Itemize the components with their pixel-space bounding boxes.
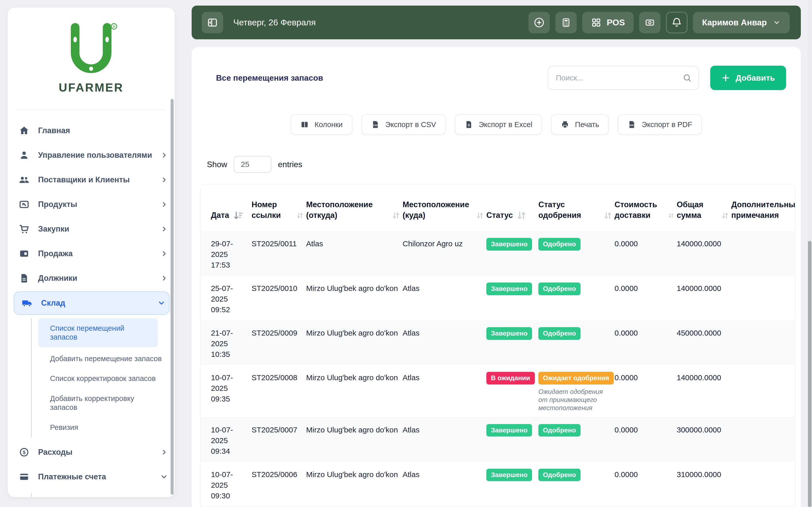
user-icon	[18, 150, 31, 161]
pos-button[interactable]: POS	[582, 12, 633, 33]
export-csv-button[interactable]: CSV Экспорт в CSV	[361, 114, 446, 135]
sidebar-item-purchases[interactable]: Закупки	[18, 217, 168, 241]
credit-card-icon	[18, 471, 31, 482]
file-excel-icon: X	[464, 120, 473, 129]
sidebar-item-sales[interactable]: Продажа	[18, 241, 168, 266]
sale-terminal-icon	[18, 248, 31, 259]
cell-location-to: Atlas	[403, 462, 486, 506]
column-header-status[interactable]: Статус	[486, 185, 539, 231]
sidebar-item-payment-accounts[interactable]: Платежные счета	[18, 465, 168, 489]
sidebar-item-label: Склад	[41, 298, 154, 307]
cell-total: 140000.0000	[677, 231, 731, 275]
cell-reference: ST2025/0011	[252, 231, 306, 275]
sidebar-item-expenses[interactable]: $ Расходы	[18, 440, 168, 465]
print-button[interactable]: Печать	[551, 114, 609, 135]
status-badge: Завершено	[486, 424, 532, 437]
add-button-label: Добавить	[735, 73, 775, 83]
columns-button[interactable]: Колонки	[291, 114, 352, 135]
cell-location-from: Mirzo Ulug'bek agro do'kon	[306, 462, 403, 506]
bell-icon	[671, 17, 682, 28]
search-input[interactable]	[556, 73, 682, 82]
sidebar-item-home[interactable]: Главная	[18, 118, 168, 143]
column-header-total[interactable]: Общая сумма	[677, 185, 731, 231]
calculator-button[interactable]	[555, 12, 577, 33]
sidebar-item-debtors[interactable]: Должники	[18, 266, 168, 290]
sidebar-item-label: Закупки	[38, 224, 157, 234]
table-body: 29-07-2025 17:53ST2025/0011AtlasChilonzo…	[201, 231, 795, 507]
table-row[interactable]: 10-07-2025 09:30ST2025/0006Mirzo Ulug'be…	[201, 462, 795, 506]
table-row[interactable]: 10-07-2025 09:35ST2025/0008Mirzo Ulug'be…	[201, 365, 795, 417]
table-row[interactable]: 25-07-2025 09:52ST2025/0010Mirzo Ulug'be…	[201, 275, 795, 320]
column-header-shipping-cost[interactable]: Стоимость доставки	[614, 185, 677, 231]
user-menu-button[interactable]: Каримов Анвар	[693, 12, 790, 33]
warehouse-submenu: Список перемещений запасов Добавить пере…	[31, 318, 168, 438]
table-row[interactable]: 29-07-2025 17:53ST2025/0011AtlasChilonzo…	[201, 231, 795, 275]
sidebar-scrollbar[interactable]	[170, 99, 173, 495]
cell-notes	[731, 231, 795, 275]
sort-both-icon	[476, 211, 484, 221]
submenu-item-stock-transfers-list[interactable]: Список перемещений запасов	[38, 318, 158, 347]
cell-date: 10-07-2025 09:30	[201, 462, 252, 506]
submenu-item-revision[interactable]: Ревизия	[32, 417, 168, 438]
sort-both-icon	[721, 211, 729, 221]
submenu-item-add-stock-adjustment[interactable]: Добавить корректировку запасов	[32, 389, 168, 417]
cell-reference: ST2025/0010	[252, 275, 306, 320]
submenu-item-stock-adjustments-list[interactable]: Список корректировок запасов	[32, 369, 168, 389]
table-row[interactable]: 10-07-2025 09:34ST2025/0007Mirzo Ulug'be…	[201, 417, 795, 462]
column-header-reference[interactable]: Номер ссылки	[252, 185, 306, 231]
file-csv-icon: CSV	[371, 120, 380, 129]
cell-location-from: Mirzo Ulug'bek agro do'kon	[306, 320, 403, 365]
quick-add-button[interactable]	[528, 12, 550, 33]
cell-approval-status: Одобрено	[539, 275, 614, 320]
plus-circle-icon	[533, 17, 545, 29]
sidebar-item-user-management[interactable]: Управление пользователями	[18, 143, 168, 167]
truck-icon	[21, 298, 34, 308]
sort-both-icon	[392, 211, 400, 221]
sidebar-item-products[interactable]: Продукты	[18, 192, 168, 217]
sort-active-icon	[233, 211, 244, 221]
export-excel-button[interactable]: X Экспорт в Excel	[455, 114, 542, 135]
cell-date: 21-07-2025 10:35	[201, 320, 252, 365]
sidebar-item-suppliers-clients[interactable]: Поставщики и Клиенты	[18, 167, 168, 192]
cell-location-to: Atlas	[403, 365, 486, 417]
page-scrollbar-thumb[interactable]	[808, 241, 811, 507]
column-header-date[interactable]: Дата	[201, 185, 252, 231]
sidebar-item-label: Расходы	[38, 448, 157, 457]
add-button[interactable]: Добавить	[710, 66, 786, 90]
column-header-location-to[interactable]: Местоположение (куда)	[403, 185, 486, 231]
page-size-input[interactable]	[234, 156, 271, 173]
status-badge: Завершено	[486, 283, 532, 295]
user-name: Каримов Анвар	[702, 18, 767, 27]
page-title: Все перемещения запасов	[216, 73, 323, 83]
table-row[interactable]: 18-06-2025ST2025/0005Mirzo Ulug'bek agro…	[201, 506, 795, 507]
cell-total: 395000.0000	[677, 506, 731, 507]
sort-both-icon	[668, 211, 674, 221]
cell-approval-status: Одобрено	[539, 462, 614, 506]
search-box	[548, 66, 699, 90]
column-header-location-from[interactable]: Местоположение (откуда)	[306, 185, 403, 231]
topbar-date: Четверг, 26 Февраля	[233, 17, 316, 27]
cell-status: Завершено	[486, 275, 539, 320]
sidebar-collapse-button[interactable]	[202, 12, 223, 33]
chevron-down-icon	[157, 473, 168, 481]
submenu-item-accounts-list[interactable]: Список счетов	[32, 493, 168, 497]
search-icon	[682, 73, 692, 83]
sidebar-item-warehouse[interactable]: Склад	[14, 291, 169, 315]
column-header-notes[interactable]: Дополнительные примечания	[731, 185, 795, 231]
document-icon	[18, 273, 31, 284]
brand-name: UFARMER	[59, 81, 123, 94]
notifications-button[interactable]	[666, 12, 688, 33]
cash-register-button[interactable]	[639, 12, 660, 33]
status-badge: Ожидает одобрения	[539, 372, 614, 385]
cell-shipping-cost: 0.0000	[614, 506, 677, 507]
cell-shipping-cost: 0.0000	[614, 275, 677, 320]
export-pdf-button[interactable]: PDF Экспорт в PDF	[618, 114, 702, 135]
sidebar-item-label: Главная	[38, 126, 168, 135]
cell-status: Завершено	[486, 231, 539, 275]
cell-total: 300000.0000	[677, 417, 731, 462]
cell-approval-status: Одобрено	[539, 320, 614, 365]
table-row[interactable]: 21-07-2025 10:35ST2025/0009Mirzo Ulug'be…	[201, 320, 795, 365]
submenu-item-add-stock-transfer[interactable]: Добавить перемещение запасов	[32, 349, 168, 369]
cell-notes	[731, 320, 795, 365]
column-header-approval-status[interactable]: Статус одобрения	[539, 185, 614, 231]
